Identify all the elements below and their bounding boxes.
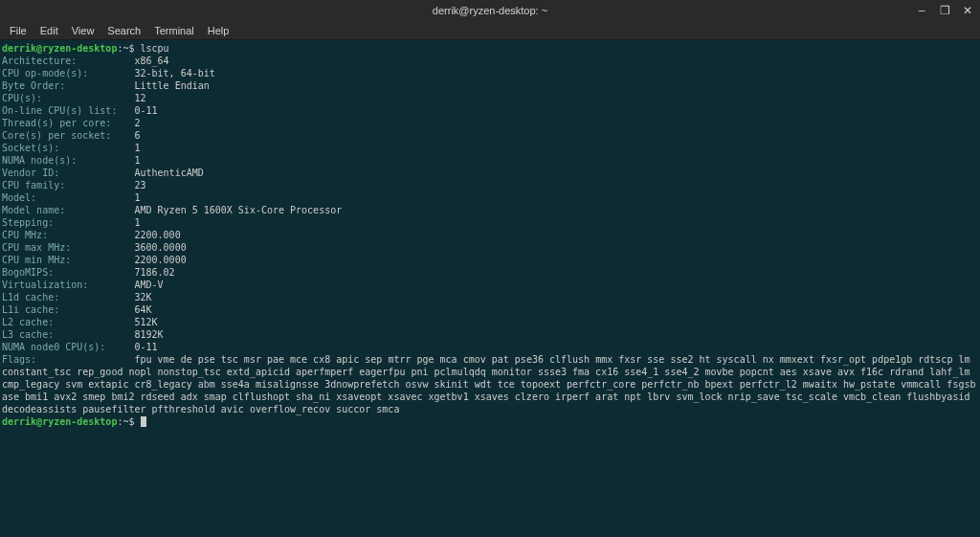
minimize-icon[interactable]: –: [915, 4, 928, 17]
lscpu-value: AMD Ryzen 5 1600X Six-Core Processor: [134, 205, 342, 215]
lscpu-value: 0-11: [134, 342, 157, 352]
menu-file[interactable]: File: [4, 23, 33, 38]
prompt-line: derrik@ryzen-desktop:~$ lscpu: [2, 42, 978, 55]
lscpu-row: Virtualization: AMD-V: [2, 279, 978, 291]
maximize-icon[interactable]: ❐: [938, 4, 951, 17]
terminal-viewport[interactable]: derrik@ryzen-desktop:~$ lscpuArchitectur…: [0, 40, 980, 537]
lscpu-key: CPU op-mode(s):: [2, 68, 134, 78]
prompt-user-host: derrik@ryzen-desktop: [2, 416, 117, 427]
lscpu-row: CPU op-mode(s): 32-bit, 64-bit: [2, 67, 978, 79]
lscpu-row: CPU family: 23: [2, 179, 978, 191]
lscpu-row: Model name: AMD Ryzen 5 1600X Six-Core P…: [2, 204, 978, 216]
lscpu-value: 23: [134, 180, 145, 190]
lscpu-value: 8192K: [134, 329, 163, 340]
lscpu-key: CPU family:: [2, 180, 134, 190]
menu-help[interactable]: Help: [202, 23, 235, 38]
lscpu-row: L2 cache: 512K: [2, 316, 978, 328]
lscpu-key: CPU(s):: [2, 93, 134, 103]
command-text: lscpu: [141, 43, 169, 54]
lscpu-value: 12: [134, 93, 145, 103]
lscpu-key: On-line CPU(s) list:: [2, 105, 134, 116]
lscpu-value: 1: [134, 143, 140, 153]
window-controls: – ❐ ✕: [915, 4, 974, 17]
lscpu-row: Architecture: x86_64: [2, 55, 978, 67]
lscpu-value: x86_64: [134, 56, 168, 66]
lscpu-value: AMD-V: [134, 280, 163, 290]
lscpu-flags-value: fpu vme de pse tsc msr pae mce cx8 apic …: [2, 354, 976, 414]
lscpu-key: CPU MHz:: [2, 230, 134, 240]
window-title: derrik@ryzen-desktop: ~: [433, 5, 547, 16]
menu-bar: File Edit View Search Terminal Help: [0, 21, 980, 40]
lscpu-row: CPU min MHz: 2200.0000: [2, 254, 978, 266]
lscpu-key: L1d cache:: [2, 292, 134, 302]
close-icon[interactable]: ✕: [961, 4, 974, 17]
lscpu-row: L1i cache: 64K: [2, 303, 978, 316]
lscpu-key: L2 cache:: [2, 317, 134, 327]
lscpu-key: Model name:: [2, 205, 134, 215]
prompt-dollar: $: [128, 43, 140, 54]
lscpu-value: 512K: [134, 317, 157, 327]
window-titlebar: derrik@ryzen-desktop: ~ – ❐ ✕: [0, 0, 980, 21]
lscpu-value: 6: [134, 130, 140, 141]
menu-search[interactable]: Search: [101, 23, 146, 38]
lscpu-value: 32K: [134, 292, 151, 302]
lscpu-row: Model: 1: [2, 191, 978, 204]
lscpu-row: CPU max MHz: 3600.0000: [2, 241, 978, 254]
lscpu-key: L1i cache:: [2, 304, 134, 315]
lscpu-value: 32-bit, 64-bit: [134, 68, 214, 78]
lscpu-flags-label: Flags:: [2, 354, 134, 365]
lscpu-key: Byte Order:: [2, 80, 134, 91]
lscpu-key: NUMA node0 CPU(s):: [2, 342, 134, 352]
lscpu-row: Socket(s): 1: [2, 142, 978, 154]
lscpu-row: L1d cache: 32K: [2, 291, 978, 303]
lscpu-key: Stepping:: [2, 217, 134, 228]
lscpu-key: NUMA node(s):: [2, 155, 134, 166]
lscpu-row: BogoMIPS: 7186.02: [2, 266, 978, 279]
lscpu-key: Model:: [2, 192, 134, 203]
lscpu-key: BogoMIPS:: [2, 267, 134, 278]
lscpu-row: Thread(s) per core: 2: [2, 117, 978, 129]
lscpu-row: CPU MHz: 2200.000: [2, 229, 978, 241]
lscpu-key: L3 cache:: [2, 329, 134, 340]
menu-view[interactable]: View: [66, 23, 100, 38]
lscpu-value: 0-11: [134, 105, 157, 116]
lscpu-value: 2: [134, 118, 140, 128]
lscpu-key: Core(s) per socket:: [2, 130, 134, 141]
lscpu-value: 1: [134, 217, 140, 228]
cursor-icon: [141, 416, 146, 427]
lscpu-value: 2200.000: [134, 230, 180, 240]
menu-edit[interactable]: Edit: [34, 23, 64, 38]
prompt-line[interactable]: derrik@ryzen-desktop:~$: [2, 415, 978, 428]
lscpu-value: AuthenticAMD: [134, 168, 203, 178]
lscpu-row: Stepping: 1: [2, 216, 978, 229]
lscpu-key: Vendor ID:: [2, 168, 134, 178]
lscpu-key: Thread(s) per core:: [2, 118, 134, 128]
lscpu-flags-row: Flags: fpu vme de pse tsc msr pae mce cx…: [2, 353, 978, 415]
lscpu-row: Byte Order: Little Endian: [2, 79, 978, 92]
lscpu-value: 64K: [134, 304, 151, 315]
lscpu-value: 2200.0000: [134, 255, 186, 265]
lscpu-key: CPU min MHz:: [2, 255, 134, 265]
lscpu-key: Architecture:: [2, 56, 134, 66]
lscpu-row: CPU(s): 12: [2, 92, 978, 104]
prompt-user-host: derrik@ryzen-desktop: [2, 43, 117, 54]
lscpu-key: Virtualization:: [2, 280, 134, 290]
lscpu-row: NUMA node(s): 1: [2, 154, 978, 167]
lscpu-value: 7186.02: [134, 267, 174, 278]
lscpu-row: NUMA node0 CPU(s): 0-11: [2, 341, 978, 353]
lscpu-row: L3 cache: 8192K: [2, 328, 978, 341]
lscpu-row: On-line CPU(s) list: 0-11: [2, 104, 978, 117]
lscpu-value: 1: [134, 192, 140, 203]
lscpu-key: Socket(s):: [2, 143, 134, 153]
lscpu-row: Core(s) per socket: 6: [2, 129, 978, 142]
lscpu-value: Little Endian: [134, 80, 209, 91]
lscpu-value: 1: [134, 155, 140, 166]
prompt-dollar: $: [128, 416, 140, 427]
lscpu-row: Vendor ID: AuthenticAMD: [2, 167, 978, 179]
menu-terminal[interactable]: Terminal: [148, 23, 200, 38]
lscpu-value: 3600.0000: [134, 242, 186, 253]
lscpu-key: CPU max MHz:: [2, 242, 134, 253]
